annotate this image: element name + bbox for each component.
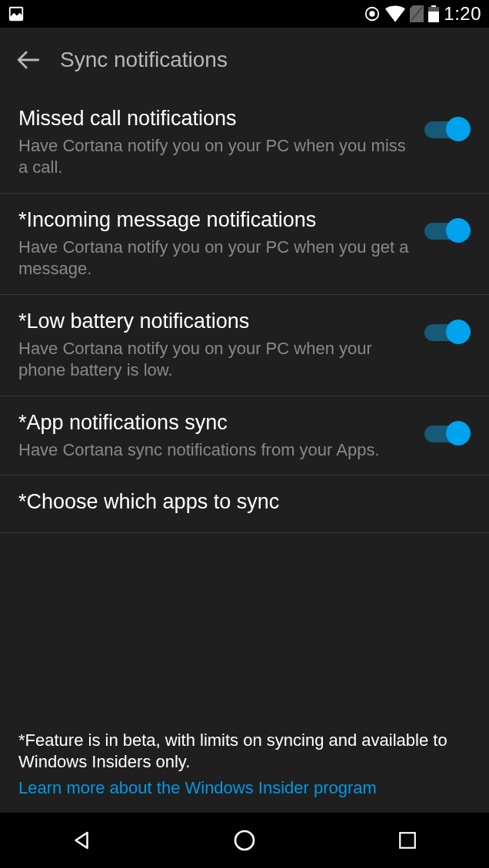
toggle-thumb (446, 320, 471, 344)
settings-list: Missed call notifications Have Cortana n… (0, 92, 489, 813)
nav-recents-button[interactable] (369, 830, 446, 850)
svg-rect-4 (431, 5, 436, 7)
status-right: 1:20 (364, 3, 481, 25)
screen: 1:20 Sync notifications Missed call noti… (0, 0, 489, 868)
back-arrow-icon[interactable] (15, 47, 42, 73)
wifi-icon (385, 5, 405, 22)
toggle-missed-call[interactable] (424, 117, 471, 143)
nav-back-button[interactable] (43, 829, 120, 852)
setting-app-sync[interactable]: *App notifications sync Have Cortana syn… (0, 396, 489, 475)
toggle-thumb (446, 117, 471, 141)
picture-icon (8, 5, 25, 22)
setting-title: *App notifications sync (18, 410, 412, 436)
setting-choose-apps[interactable]: *Choose which apps to sync (0, 475, 489, 533)
status-time: 1:20 (444, 3, 481, 25)
setting-incoming-message[interactable]: *Incoming message notifications Have Cor… (0, 194, 489, 295)
setting-desc: Have Cortana notify you on your PC when … (18, 135, 412, 179)
nav-home-button[interactable] (206, 828, 283, 853)
toggle-incoming-message[interactable] (424, 218, 471, 244)
status-left (8, 5, 25, 22)
setting-title: *Low battery notifications (18, 309, 412, 335)
battery-icon (428, 5, 439, 22)
setting-title: *Choose which apps to sync (18, 489, 471, 515)
status-bar: 1:20 (0, 0, 489, 28)
svg-rect-6 (428, 12, 439, 22)
svg-point-2 (371, 12, 375, 16)
setting-text: *App notifications sync Have Cortana syn… (18, 410, 412, 461)
setting-missed-call[interactable]: Missed call notifications Have Cortana n… (0, 92, 489, 194)
setting-low-battery[interactable]: *Low battery notifications Have Cortana … (0, 295, 489, 396)
setting-title: *Incoming message notifications (18, 207, 412, 234)
page-title: Sync notifications (60, 48, 228, 72)
toggle-thumb (446, 218, 471, 243)
footer-note: *Feature is in beta, with limits on sync… (18, 730, 471, 774)
insider-link[interactable]: Learn more about the Windows Insider pro… (18, 775, 377, 800)
footer: *Feature is in beta, with limits on sync… (0, 730, 489, 813)
setting-text: *Low battery notifications Have Cortana … (18, 309, 412, 382)
sim-icon (410, 5, 424, 22)
setting-title: Missed call notifications (18, 106, 412, 132)
circle-icon (364, 5, 381, 22)
svg-rect-9 (400, 833, 415, 848)
setting-text: *Incoming message notifications Have Cor… (18, 207, 412, 280)
setting-text: *Choose which apps to sync (18, 489, 471, 518)
svg-point-8 (235, 831, 254, 850)
setting-text: Missed call notifications Have Cortana n… (18, 106, 412, 179)
nav-bar (0, 813, 489, 868)
setting-desc: Have Cortana notify you on your PC when … (18, 237, 412, 280)
spacer (0, 533, 489, 730)
toolbar: Sync notifications (0, 28, 489, 92)
setting-desc: Have Cortana notify you on your PC when … (18, 338, 412, 382)
toggle-app-sync[interactable] (424, 421, 471, 447)
toggle-low-battery[interactable] (424, 320, 471, 346)
setting-desc: Have Cortana sync notifications from you… (18, 439, 412, 462)
toggle-thumb (446, 421, 471, 446)
